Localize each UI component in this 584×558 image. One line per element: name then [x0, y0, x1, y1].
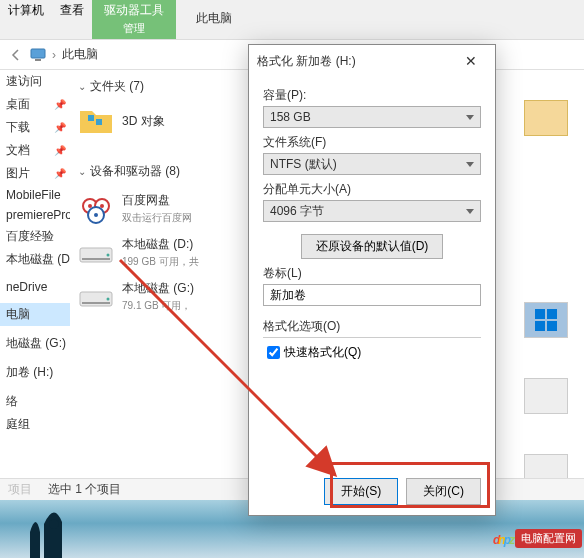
filesystem-select[interactable]: NTFS (默认) [263, 153, 481, 175]
statusbar-selection: 选中 1 个项目 [48, 481, 121, 498]
statusbar-left: 项目 [8, 481, 32, 498]
capacity-select[interactable]: 158 GB [263, 106, 481, 128]
folders-section-title: 文件夹 (7) [90, 78, 144, 95]
sidebar-item[interactable]: 本地磁盘 (D:) [0, 248, 70, 271]
sidebar-item[interactable]: neDrive [0, 277, 70, 297]
winlogo-thumb[interactable] [524, 302, 568, 338]
svg-rect-23 [547, 309, 557, 319]
sidebar-item[interactable]: 电脑 [0, 303, 70, 326]
sidebar-item-label: neDrive [6, 280, 47, 294]
svg-point-21 [107, 298, 110, 301]
ribbon-drive-tools-label: 驱动器工具 [104, 3, 164, 17]
volume-label-input[interactable] [263, 284, 481, 306]
ribbon-tab-drive-tools[interactable]: 驱动器工具 管理 [92, 0, 176, 39]
sidebar-item-label: MobileFile [6, 188, 61, 202]
pin-icon: 📌 [54, 122, 66, 133]
drive-icon [78, 280, 114, 316]
svg-rect-2 [88, 115, 94, 121]
sidebar-item[interactable]: 下载📌 [0, 116, 70, 139]
drive-icon [78, 192, 114, 228]
drive-icon [78, 236, 114, 272]
filesystem-label: 文件系统(F) [263, 134, 481, 151]
quick-format-checkbox[interactable] [267, 346, 280, 359]
ribbon-tab-view[interactable]: 查看 [52, 0, 92, 39]
sidebar-item-label: 百度经验 [6, 228, 54, 245]
sidebar-item-label: 本地磁盘 (D:) [6, 251, 70, 268]
allocation-select[interactable]: 4096 字节 [263, 200, 481, 222]
svg-point-14 [100, 204, 104, 208]
drive-item[interactable]: 本地磁盘 (G:)79.1 GB 可用， [78, 276, 238, 320]
sidebar-item-label: 络 [6, 393, 18, 410]
close-icon[interactable]: ✕ [455, 53, 487, 69]
nav-back-icon[interactable] [8, 47, 24, 63]
capacity-label: 容量(P): [263, 87, 481, 104]
allocation-value: 4096 字节 [270, 203, 324, 220]
pc-icon [30, 47, 46, 63]
sidebar-item-label: 桌面 [6, 96, 30, 113]
restore-defaults-button[interactable]: 还原设备的默认值(D) [301, 234, 444, 259]
svg-rect-0 [31, 49, 45, 58]
watermark: dnpz 电脑配置网 [493, 515, 582, 552]
drive-thumb[interactable] [524, 378, 568, 414]
breadcrumb-this-pc[interactable]: 此电脑 [62, 46, 98, 63]
watermark-logo: dnpz [493, 515, 513, 552]
ribbon-tab-computer-label: 计算机 [8, 3, 44, 17]
ribbon-manage-label: 管理 [104, 21, 164, 36]
svg-rect-20 [82, 302, 110, 304]
close-button[interactable]: 关闭(C) [406, 478, 481, 505]
drive-label: 本地磁盘 (G:) [122, 281, 194, 295]
sidebar-item[interactable]: 络 [0, 390, 70, 413]
window-title: 此电脑 [176, 0, 584, 39]
pin-icon: 📌 [54, 168, 66, 179]
folder-thumb[interactable] [524, 100, 568, 136]
sidebar-item[interactable]: MobileFile [0, 185, 70, 205]
start-button[interactable]: 开始(S) [324, 478, 398, 505]
drive-item[interactable]: 本地磁盘 (D:)199 GB 可用，共 [78, 232, 238, 276]
breadcrumb-separator: › [52, 48, 56, 62]
sidebar-item-label: 图片 [6, 165, 30, 182]
svg-point-18 [107, 254, 110, 257]
folder-item[interactable]: 3D 对象 [78, 103, 208, 139]
sidebar-item[interactable]: premierePro [0, 205, 70, 225]
quick-format-row[interactable]: 快速格式化(Q) [267, 344, 481, 361]
sidebar-item[interactable]: 桌面📌 [0, 93, 70, 116]
ribbon-tab-computer[interactable]: 计算机 [0, 0, 52, 39]
svg-point-15 [94, 213, 98, 217]
capacity-value: 158 GB [270, 110, 311, 124]
drive-item[interactable]: 百度网盘双击运行百度网 [78, 188, 238, 232]
volume-label-label: 卷标(L) [263, 265, 481, 282]
dialog-titlebar: 格式化 新加卷 (H:) ✕ [249, 45, 495, 77]
sidebar-item-label: 电脑 [6, 306, 30, 323]
sidebar-item[interactable]: 地磁盘 (G:) [0, 332, 70, 355]
drive-sublabel: 199 GB 可用，共 [122, 255, 199, 269]
sidebar-item[interactable]: 百度经验 [0, 225, 70, 248]
svg-rect-17 [82, 258, 110, 260]
svg-rect-3 [96, 119, 102, 125]
sidebar-item-label: 速访问 [6, 73, 42, 90]
sidebar-item[interactable]: 加卷 (H:) [0, 361, 70, 384]
sidebar-item[interactable]: 庭组 [0, 413, 70, 436]
folder-label: 3D 对象 [122, 114, 165, 128]
pin-icon: 📌 [54, 99, 66, 110]
sidebar-item[interactable]: 图片📌 [0, 162, 70, 185]
drive-sublabel: 79.1 GB 可用， [122, 299, 194, 313]
pin-icon: 📌 [54, 145, 66, 156]
sidebar-item-label: premierePro [6, 208, 70, 222]
svg-rect-25 [547, 321, 557, 331]
format-options-label: 格式化选项(O) [263, 318, 481, 335]
drives-section-title: 设备和驱动器 (8) [90, 163, 180, 180]
svg-rect-1 [35, 59, 41, 61]
sidebar-item-label: 下载 [6, 119, 30, 136]
allocation-label: 分配单元大小(A) [263, 181, 481, 198]
navigation-sidebar: 速访问桌面📌下载📌文档📌图片📌MobileFilepremierePro百度经验… [0, 70, 70, 488]
sidebar-item-label: 文档 [6, 142, 30, 159]
sidebar-item[interactable]: 速访问 [0, 70, 70, 93]
watermark-label: 电脑配置网 [515, 529, 582, 548]
sidebar-item-label: 庭组 [6, 416, 30, 433]
filesystem-value: NTFS (默认) [270, 156, 337, 173]
sidebar-item[interactable]: 文档📌 [0, 139, 70, 162]
drive-label: 百度网盘 [122, 193, 170, 207]
content-extra-column [524, 88, 584, 490]
chevron-down-icon: ⌄ [78, 166, 86, 177]
dialog-title-text: 格式化 新加卷 (H:) [257, 53, 356, 70]
